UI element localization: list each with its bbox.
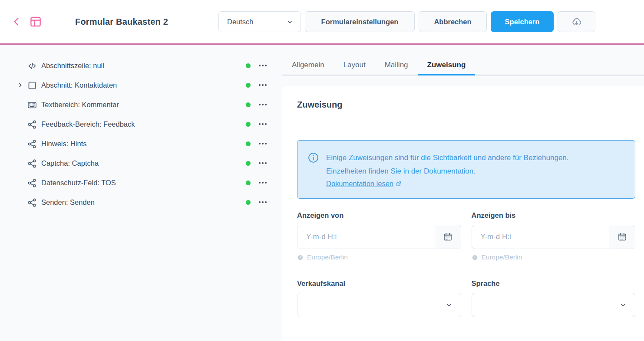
form-layout-button[interactable] <box>29 15 42 28</box>
form-element-row[interactable]: Feedback-Bereich: Feedback <box>0 115 282 134</box>
share-icon <box>27 178 37 188</box>
info-box: Einige Zuweisungen sind für die Sichtbar… <box>297 140 635 199</box>
form-element-row[interactable]: Captcha: Captcha <box>0 154 282 173</box>
header-actions: Deutsch Formulareinstellungen Abbrechen … <box>218 11 595 32</box>
share-icon <box>27 119 37 130</box>
item-label: Hinweis: Hints <box>41 140 87 148</box>
language-field-select[interactable] <box>472 293 636 317</box>
item-menu-button[interactable] <box>256 79 269 91</box>
chevron-down-icon <box>619 301 627 309</box>
item-menu-button[interactable] <box>256 157 269 169</box>
cancel-button[interactable]: Abbrechen <box>419 11 487 32</box>
calendar-icon <box>443 232 453 242</box>
sales-channel-select[interactable] <box>297 293 461 317</box>
info-text: Einige Zuweisungen sind für die Sichtbar… <box>326 151 582 178</box>
status-dot <box>246 200 251 205</box>
tab-bar: AllgemeinLayoutMailingZuweisung <box>282 56 644 75</box>
item-label: Senden: Senden <box>41 198 95 207</box>
item-label: Abschnittszeile: null <box>41 62 104 70</box>
square-icon <box>27 80 37 91</box>
item-icon-slot <box>27 158 37 169</box>
item-label: Captcha: Captcha <box>41 159 99 167</box>
main-panel: AllgemeinLayoutMailingZuweisung Zuweisun… <box>282 45 644 341</box>
item-icon-slot <box>27 80 37 91</box>
item-icon-slot <box>27 178 37 188</box>
chevron-down-icon <box>286 18 294 26</box>
clock-icon <box>297 254 304 261</box>
show-from-input[interactable] <box>297 225 435 249</box>
show-from-label: Anzeigen von <box>297 211 461 220</box>
show-until-input[interactable] <box>472 225 609 249</box>
form-element-row[interactable]: Abschnittszeile: null <box>0 56 282 75</box>
chevron-down-icon <box>445 301 453 309</box>
form-element-list: Abschnittszeile: null Abschnitt: Kontakt… <box>0 45 282 341</box>
item-label: Datenschutz-Feld: TOS <box>41 179 116 187</box>
status-dot <box>246 63 251 68</box>
language-select[interactable]: Deutsch <box>218 11 301 32</box>
download-button[interactable] <box>558 11 595 32</box>
tab-allgemein[interactable]: Allgemein <box>282 56 334 75</box>
show-until-label: Anzeigen bis <box>472 211 636 220</box>
language-field-label: Sprache <box>472 279 636 288</box>
form-settings-button[interactable]: Formulareinstellungen <box>305 11 415 32</box>
header: Formular Baukasten 2 Deutsch Formularein… <box>0 0 644 45</box>
show-from-calendar-button[interactable] <box>435 225 461 249</box>
item-icon-slot <box>27 139 37 149</box>
clock-icon <box>472 254 478 261</box>
item-menu-button[interactable] <box>256 138 269 150</box>
chevron-left-icon <box>11 16 22 27</box>
card-body: Einige Zuweisungen sind für die Sichtbar… <box>282 123 644 334</box>
item-icon-slot <box>27 197 37 208</box>
chevron-right-icon[interactable] <box>17 82 23 88</box>
item-menu-button[interactable] <box>256 59 269 72</box>
show-from-timezone: Europe/Berlin <box>297 253 461 261</box>
tab-layout[interactable]: Layout <box>334 56 375 75</box>
item-menu-button[interactable] <box>256 98 269 111</box>
item-icon-slot <box>27 119 37 130</box>
share-icon <box>27 197 37 208</box>
back-button[interactable] <box>11 16 22 27</box>
form-element-row[interactable]: Abschnitt: Kontaktdaten <box>0 75 282 95</box>
form-element-row[interactable]: Datenschutz-Feld: TOS <box>0 173 282 193</box>
show-until-group <box>472 225 636 249</box>
status-dot <box>246 122 251 127</box>
layout-panel-icon <box>29 15 42 28</box>
show-until-timezone: Europe/Berlin <box>472 253 636 261</box>
item-icon-slot <box>27 61 37 71</box>
info-icon <box>308 152 319 188</box>
sales-channel-label: Verkaufskanal <box>297 279 461 288</box>
item-menu-button[interactable] <box>256 118 269 130</box>
status-dot <box>246 141 251 146</box>
item-label: Abschnitt: Kontaktdaten <box>41 81 117 89</box>
form-element-row[interactable]: Senden: Senden <box>0 193 282 212</box>
keyboard-icon <box>27 100 37 110</box>
code-icon <box>27 61 37 71</box>
cloud-download-icon <box>571 16 582 28</box>
card-header: Zuweisung <box>282 86 644 123</box>
card-title: Zuweisung <box>297 100 635 110</box>
form-element-row[interactable]: Textbereich: Kommentar <box>0 95 282 115</box>
show-until-calendar-button[interactable] <box>609 225 635 249</box>
date-fields-row: Anzeigen von Europe/Berlin <box>297 211 635 261</box>
content: Abschnittszeile: null Abschnitt: Kontakt… <box>0 45 644 341</box>
form-element-row[interactable]: Hinweis: Hints <box>0 134 282 154</box>
select-fields-row: Verkaufskanal Sprache <box>297 279 635 317</box>
item-label: Feedback-Bereich: Feedback <box>41 120 135 128</box>
documentation-link-label: Dokumentation lesen <box>326 180 393 188</box>
page-title: Formular Baukasten 2 <box>75 17 168 27</box>
save-button[interactable]: Speichern <box>491 11 554 32</box>
tab-mailing[interactable]: Mailing <box>375 56 418 75</box>
share-icon <box>27 158 37 169</box>
status-dot <box>246 102 251 107</box>
item-icon-slot <box>27 100 37 110</box>
show-from-group <box>297 225 461 249</box>
language-select-value: Deutsch <box>227 18 254 26</box>
status-dot <box>246 180 251 185</box>
tab-zuweisung[interactable]: Zuweisung <box>418 56 476 75</box>
documentation-link[interactable]: Dokumentation lesen <box>326 180 402 188</box>
item-menu-button[interactable] <box>256 177 269 189</box>
status-dot <box>246 83 251 88</box>
item-label: Textbereich: Kommentar <box>41 101 119 109</box>
item-menu-button[interactable] <box>256 196 269 208</box>
external-link-icon <box>396 180 402 187</box>
